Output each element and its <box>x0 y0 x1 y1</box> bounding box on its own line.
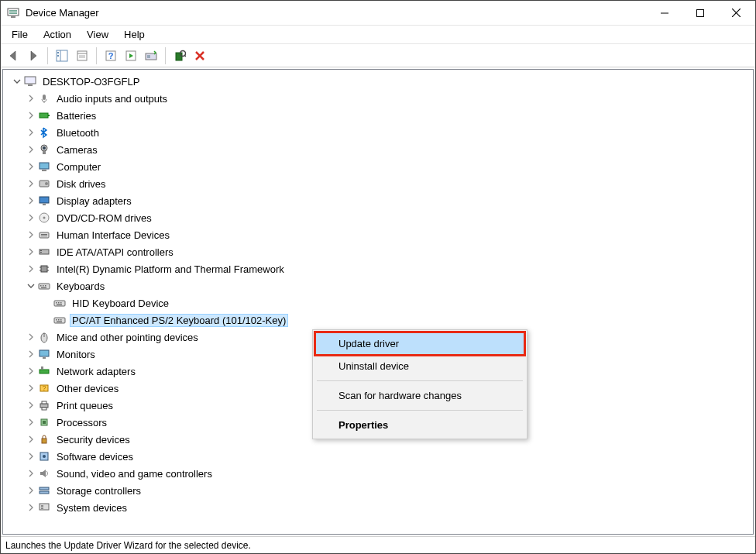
svg-rect-79 <box>42 408 46 410</box>
properties-toolbar-button[interactable] <box>73 46 91 65</box>
expand-icon[interactable] <box>25 484 37 497</box>
svg-rect-35 <box>40 163 49 169</box>
tree-category[interactable]: DVD/CD-ROM drives <box>6 209 753 226</box>
show-hide-tree-button[interactable] <box>53 46 71 65</box>
svg-rect-71 <box>40 350 49 356</box>
tree-label: DVD/CD-ROM drives <box>54 212 154 225</box>
tree-category[interactable]: System devices <box>6 499 753 516</box>
toolbar: ? <box>1 44 755 67</box>
scan-hardware-button[interactable] <box>170 46 189 65</box>
menu-help[interactable]: Help <box>116 26 153 43</box>
svg-rect-85 <box>40 487 49 490</box>
window-controls <box>647 2 754 25</box>
tree-label: Mice and other pointing devices <box>54 331 201 344</box>
tree-label: Keyboards <box>54 280 107 293</box>
svg-rect-31 <box>48 115 50 116</box>
forward-button[interactable] <box>24 46 43 65</box>
menu-view[interactable]: View <box>79 26 116 43</box>
svg-rect-40 <box>43 204 46 205</box>
close-button[interactable] <box>718 2 754 25</box>
tree-category[interactable]: Display adapters <box>6 192 753 209</box>
collapse-icon[interactable] <box>11 75 23 88</box>
tree-label: Security devices <box>54 433 132 446</box>
back-button[interactable] <box>4 46 22 65</box>
expand-icon[interactable] <box>25 92 37 105</box>
tree-label: Monitors <box>54 348 98 361</box>
expand-icon[interactable] <box>25 348 37 360</box>
svg-rect-89 <box>41 508 43 509</box>
tree-category[interactable]: Storage controllers <box>6 482 753 499</box>
expand-icon[interactable] <box>25 212 37 224</box>
expand-icon[interactable] <box>25 229 37 241</box>
software-icon <box>37 449 51 463</box>
tree-category-keyboards[interactable]: Keyboards <box>6 277 753 294</box>
expand-icon[interactable] <box>25 501 37 514</box>
menu-action[interactable]: Action <box>36 26 79 43</box>
tree-category[interactable]: Audio inputs and outputs <box>6 90 753 107</box>
svg-text:?: ? <box>108 51 114 60</box>
update-driver-toolbar-button[interactable] <box>142 46 160 65</box>
hid-icon <box>37 228 51 242</box>
camera-icon <box>37 143 51 157</box>
ctx-scan-hardware[interactable]: Scan for hardware changes <box>315 384 524 407</box>
tree-category[interactable]: Software devices <box>6 448 753 465</box>
disk-icon <box>37 177 51 191</box>
maximize-button[interactable] <box>682 2 718 25</box>
expand-icon[interactable] <box>25 331 37 343</box>
expand-icon[interactable] <box>25 160 37 173</box>
svg-rect-55 <box>40 285 42 287</box>
expand-icon[interactable] <box>25 263 37 275</box>
svg-rect-63 <box>57 305 62 305</box>
expand-icon[interactable] <box>25 382 37 394</box>
expand-icon[interactable] <box>25 399 37 411</box>
expand-icon[interactable] <box>25 194 37 207</box>
svg-rect-34 <box>43 151 46 154</box>
svg-rect-3 <box>11 16 15 18</box>
svg-rect-77 <box>40 404 48 408</box>
tree-category[interactable]: Intel(R) Dynamic Platform and Thermal Fr… <box>6 260 753 277</box>
svg-rect-78 <box>42 401 46 404</box>
tree-category[interactable]: Bluetooth <box>6 124 753 141</box>
expand-icon[interactable] <box>25 246 37 258</box>
expand-icon[interactable] <box>25 365 37 377</box>
minimize-button[interactable] <box>647 2 682 25</box>
ctx-properties[interactable]: Properties <box>315 414 524 436</box>
tree-category[interactable]: Sound, video and game controllers <box>6 465 753 482</box>
expand-icon[interactable] <box>25 126 37 139</box>
help-button[interactable]: ? <box>101 46 120 65</box>
svg-rect-36 <box>42 170 46 171</box>
tree-root[interactable]: DESKTOP-O3FGFLP <box>6 73 753 90</box>
expand-icon[interactable] <box>25 433 37 446</box>
svg-rect-10 <box>57 52 59 53</box>
expand-icon[interactable] <box>25 450 37 463</box>
tree-label: Cameras <box>54 143 100 157</box>
menu-file[interactable]: File <box>4 26 36 43</box>
svg-line-23 <box>184 55 186 57</box>
tree-label: Print queues <box>54 399 115 412</box>
expand-icon[interactable] <box>25 143 37 156</box>
ctx-update-driver[interactable]: Update driver <box>315 332 524 355</box>
computer-name: DESKTOP-O3FGFLP <box>40 75 142 88</box>
tree-category[interactable]: Cameras <box>6 141 753 158</box>
svg-point-33 <box>43 146 46 150</box>
other-icon: ? <box>37 381 51 395</box>
device-tree[interactable]: DESKTOP-O3FGFLP Audio inputs and outputs… <box>3 70 753 534</box>
expand-icon[interactable] <box>25 467 37 480</box>
collapse-icon[interactable] <box>25 280 37 292</box>
expand-icon[interactable] <box>25 177 37 190</box>
action-button[interactable] <box>122 46 140 65</box>
tree-category[interactable]: Computer <box>6 158 753 175</box>
expand-icon[interactable] <box>25 109 37 122</box>
ctx-uninstall-device[interactable]: Uninstall device <box>315 355 524 377</box>
expand-icon[interactable] <box>25 416 37 428</box>
svg-point-84 <box>43 455 46 458</box>
tree-category[interactable]: Disk drives <box>6 175 753 192</box>
tree-label: Batteries <box>54 109 98 122</box>
tree-category[interactable]: Human Interface Devices <box>6 226 753 243</box>
uninstall-toolbar-button[interactable] <box>191 46 209 65</box>
tree-label: Network adapters <box>54 365 138 378</box>
tree-device-ps2-keyboard[interactable]: PC/AT Enhanced PS/2 Keyboard (101/102-Ke… <box>6 311 753 329</box>
tree-category[interactable]: Batteries <box>6 107 753 124</box>
tree-category[interactable]: IDE ATA/ATAPI controllers <box>6 243 753 260</box>
tree-device-hid-keyboard[interactable]: HID Keyboard Device <box>6 294 753 311</box>
